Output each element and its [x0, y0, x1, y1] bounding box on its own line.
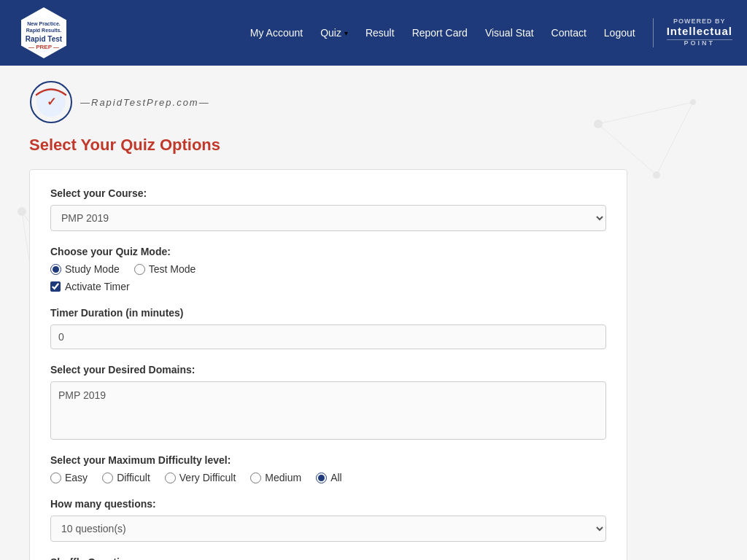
- svg-marker-0: [20, 7, 67, 59]
- course-group: Select your Course: PMP 2019 CompTIA A+ …: [50, 187, 606, 231]
- main-nav: My Account Quiz ▾ Result Report Card Vis…: [250, 18, 732, 47]
- brand-sub-text: POINT: [667, 39, 732, 47]
- quiz-options-form: Select your Course: PMP 2019 CompTIA A+ …: [29, 169, 627, 560]
- svg-text:— PREP —: — PREP —: [28, 44, 59, 50]
- timer-group: Timer Duration (in minutes) 0: [50, 307, 606, 349]
- difficulty-easy-label: Easy: [65, 472, 88, 483]
- nav-logout[interactable]: Logout: [604, 27, 635, 39]
- nav-visual-stat[interactable]: Visual Stat: [485, 27, 534, 39]
- course-label: Select your Course:: [50, 187, 606, 199]
- quiz-mode-label: Choose your Quiz Mode:: [50, 246, 606, 257]
- difficulty-difficult-label: Difficult: [117, 472, 150, 483]
- site-logo-icon: ✓: [29, 80, 73, 124]
- questions-group: How many questions: 10 question(s) 20 qu…: [50, 498, 606, 542]
- domains-group: Select your Desired Domains: PMP 2019: [50, 364, 606, 440]
- difficulty-easy-radio[interactable]: [50, 472, 61, 483]
- site-logo-text: —RapidTestPrep.com—: [80, 97, 210, 108]
- difficulty-easy[interactable]: Easy: [50, 472, 88, 483]
- nav-quiz-dropdown[interactable]: Quiz ▾: [320, 27, 348, 39]
- difficulty-label: Select your Maximum Difficulty level:: [50, 454, 606, 466]
- page-title: Select Your Quiz Options: [29, 136, 718, 155]
- nav-quiz-label[interactable]: Quiz: [320, 27, 341, 39]
- questions-label: How many questions:: [50, 498, 606, 510]
- course-select[interactable]: PMP 2019 CompTIA A+ CompTIA Security+: [50, 205, 606, 231]
- difficulty-medium[interactable]: Medium: [250, 472, 301, 483]
- study-mode-radio[interactable]: [50, 264, 61, 275]
- difficulty-radio-group: Easy Difficult Very Difficult Medium All: [50, 472, 606, 483]
- svg-text:New Practice.: New Practice.: [27, 21, 61, 26]
- difficulty-difficult-radio[interactable]: [102, 472, 113, 483]
- difficulty-difficult[interactable]: Difficult: [102, 472, 150, 483]
- shuffle-group: Shuffle Questions Yes No: [50, 556, 606, 560]
- difficulty-very-difficult-label: Very Difficult: [179, 472, 236, 483]
- activate-timer-checkbox[interactable]: [50, 281, 61, 292]
- difficulty-medium-label: Medium: [265, 472, 301, 483]
- test-mode-label: Test Mode: [149, 263, 196, 275]
- difficulty-all-radio[interactable]: [316, 472, 327, 483]
- difficulty-very-difficult[interactable]: Very Difficult: [165, 472, 236, 483]
- nav-my-account[interactable]: My Account: [250, 27, 303, 39]
- brand-main-text: Intellectual: [667, 26, 732, 38]
- quiz-mode-group: Choose your Quiz Mode: Study Mode Test M…: [50, 246, 606, 292]
- svg-text:Rapid Results.: Rapid Results.: [26, 28, 62, 34]
- header: New Practice. Rapid Results. Rapid Test …: [0, 0, 747, 66]
- activate-timer-option[interactable]: Activate Timer: [50, 281, 606, 292]
- timer-label: Timer Duration (in minutes): [50, 307, 606, 319]
- logo-hex: New Practice. Rapid Results. Rapid Test …: [15, 4, 73, 62]
- svg-text:✓: ✓: [47, 96, 56, 108]
- logo-area: New Practice. Rapid Results. Rapid Test …: [15, 4, 73, 62]
- difficulty-group: Select your Maximum Difficulty level: Ea…: [50, 454, 606, 483]
- nav-report-card[interactable]: Report Card: [412, 27, 468, 39]
- shuffle-label: Shuffle Questions: [50, 556, 606, 560]
- timer-input[interactable]: 0: [50, 324, 606, 349]
- quiz-mode-radio-group: Study Mode Test Mode: [50, 263, 606, 275]
- activate-timer-label: Activate Timer: [65, 281, 130, 292]
- logo-section: ✓ —RapidTestPrep.com—: [29, 80, 718, 124]
- difficulty-all[interactable]: All: [316, 472, 342, 483]
- chevron-down-icon: ▾: [344, 29, 348, 37]
- questions-select[interactable]: 10 question(s) 20 question(s) 30 questio…: [50, 516, 606, 542]
- difficulty-all-label: All: [330, 472, 342, 483]
- domains-box[interactable]: PMP 2019: [50, 381, 606, 440]
- nav-result[interactable]: Result: [365, 27, 395, 39]
- test-mode-option[interactable]: Test Mode: [134, 263, 196, 275]
- test-mode-radio[interactable]: [134, 264, 145, 275]
- difficulty-very-difficult-radio[interactable]: [165, 472, 176, 483]
- main-content: ✓ —RapidTestPrep.com— Select Your Quiz O…: [0, 66, 747, 560]
- study-mode-label: Study Mode: [65, 263, 120, 275]
- nav-contact[interactable]: Contact: [551, 27, 587, 39]
- difficulty-medium-radio[interactable]: [250, 472, 261, 483]
- svg-text:Rapid Test: Rapid Test: [26, 35, 63, 43]
- domains-label: Select your Desired Domains:: [50, 364, 606, 376]
- study-mode-option[interactable]: Study Mode: [50, 263, 120, 275]
- intellectual-point-brand: POWERED BY Intellectual POINT: [653, 18, 732, 47]
